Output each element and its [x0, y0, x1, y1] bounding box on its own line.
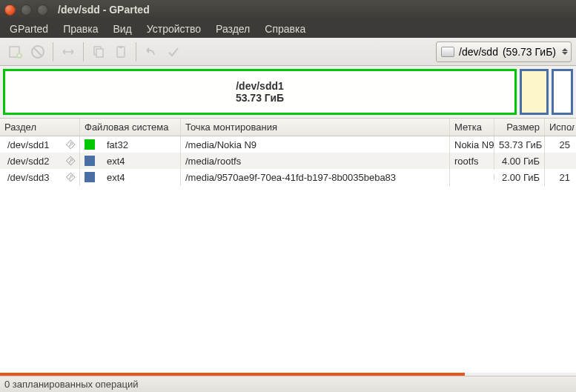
window-titlebar: /dev/sdd - GParted	[0, 0, 576, 19]
svg-rect-5	[96, 49, 103, 57]
partition-label: rootfs	[450, 153, 494, 170]
partition-block-name: /dev/sdd1	[236, 80, 284, 92]
toolbar-separator	[136, 42, 136, 62]
minimize-window-button[interactable]	[21, 4, 32, 16]
apply-button[interactable]	[162, 41, 185, 63]
table-row[interactable]: /dev/sdd3 ⚿ ext4 /media/9570ae9f-70ea-41…	[0, 169, 576, 185]
maximize-window-button[interactable]	[37, 4, 48, 16]
partition-used: 25	[545, 136, 575, 153]
resize-move-button[interactable]	[57, 41, 79, 63]
delete-partition-button[interactable]	[27, 41, 49, 63]
paste-icon	[113, 44, 128, 59]
resize-icon	[61, 44, 76, 59]
menu-device[interactable]: Устройство	[140, 21, 208, 37]
col-header-mountpoint[interactable]: Точка монтирования	[181, 119, 450, 136]
menu-help[interactable]: Справка	[258, 21, 312, 37]
partition-size: 4.00 ГиБ	[494, 153, 545, 170]
partition-size: 2.00 ГиБ	[494, 169, 545, 186]
mount-point: /media/Nokia N9	[181, 136, 450, 153]
key-icon: ⚿	[64, 139, 76, 150]
partition-used: 21	[545, 169, 575, 186]
mount-point: /media/9570ae9f-70ea-41fd-b197-8b0035beb…	[181, 169, 450, 186]
partition-name: /dev/sdd3	[7, 172, 49, 183]
fs-color-swatch	[85, 172, 95, 182]
apply-icon	[166, 44, 181, 59]
partition-block-sdd1[interactable]: /dev/sdd1 53.73 ГиБ	[3, 69, 517, 115]
partition-block-sdd2[interactable]	[520, 69, 549, 115]
copy-button[interactable]	[87, 41, 110, 63]
toolbar: /dev/sdd (59.73 ГиБ)	[0, 38, 576, 66]
menubar: GParted Правка Вид Устройство Раздел Спр…	[0, 19, 576, 38]
partition-visual: /dev/sdd1 53.73 ГиБ	[0, 66, 576, 118]
device-size: (59.73 ГиБ)	[503, 46, 556, 58]
undo-icon	[144, 44, 159, 59]
partition-name: /dev/sdd1	[7, 139, 49, 150]
key-icon: ⚿	[64, 171, 76, 183]
filesystem-type: fat32	[107, 139, 128, 150]
hard-disk-icon	[441, 47, 454, 57]
toolbar-separator	[83, 42, 84, 62]
menu-edit[interactable]: Правка	[56, 21, 105, 37]
partition-table: Раздел Файловая система Точка монтирован…	[0, 118, 576, 373]
table-header: Раздел Файловая система Точка монтирован…	[0, 119, 576, 136]
undo-button[interactable]	[140, 41, 162, 63]
menu-gparted[interactable]: GParted	[3, 21, 55, 37]
svg-rect-7	[119, 46, 122, 48]
paste-button[interactable]	[110, 41, 132, 63]
new-partition-icon	[8, 44, 23, 59]
fs-color-swatch	[85, 139, 95, 150]
svg-rect-6	[117, 47, 125, 57]
menu-view[interactable]: Вид	[106, 21, 138, 37]
partition-block-sdd3[interactable]	[552, 69, 573, 115]
table-body: /dev/sdd1 ⚿ fat32 /media/Nokia N9 Nokia …	[0, 136, 576, 373]
col-header-partition[interactable]: Раздел	[0, 119, 80, 136]
svg-line-3	[34, 48, 42, 56]
dropdown-icon	[562, 48, 568, 55]
menu-partition[interactable]: Раздел	[209, 21, 256, 37]
mount-point: /media/rootfs	[181, 153, 450, 170]
pending-operations-text: 0 запланированных операций	[4, 379, 139, 390]
key-icon: ⚿	[64, 155, 76, 167]
progress-indicator	[0, 373, 576, 376]
device-name: /dev/sdd	[459, 46, 498, 58]
partition-label: Nokia N9	[450, 136, 494, 153]
partition-name: /dev/sdd2	[7, 156, 49, 167]
col-header-label[interactable]: Метка	[450, 119, 494, 136]
window-title: /dev/sdd - GParted	[58, 4, 150, 16]
status-bar: 0 запланированных операций	[0, 376, 576, 392]
col-header-used[interactable]: Испол	[545, 119, 575, 136]
partition-used	[545, 158, 575, 164]
table-row[interactable]: /dev/sdd1 ⚿ fat32 /media/Nokia N9 Nokia …	[0, 136, 576, 153]
table-row[interactable]: /dev/sdd2 ⚿ ext4 /media/rootfs rootfs 4.…	[0, 153, 576, 169]
col-header-size[interactable]: Размер	[494, 119, 545, 136]
toolbar-separator	[53, 42, 53, 62]
close-window-button[interactable]	[4, 4, 16, 16]
new-partition-button[interactable]	[4, 41, 27, 63]
fs-color-swatch	[85, 156, 95, 166]
partition-block-size: 53.73 ГиБ	[236, 92, 284, 104]
filesystem-type: ext4	[107, 156, 125, 167]
device-selector[interactable]: /dev/sdd (59.73 ГиБ)	[436, 41, 572, 62]
filesystem-type: ext4	[107, 172, 125, 183]
col-header-filesystem[interactable]: Файловая система	[80, 119, 181, 136]
partition-size: 53.73 ГиБ	[494, 136, 545, 153]
partition-label	[450, 174, 494, 180]
no-entry-icon	[30, 44, 45, 59]
copy-icon	[91, 44, 106, 59]
